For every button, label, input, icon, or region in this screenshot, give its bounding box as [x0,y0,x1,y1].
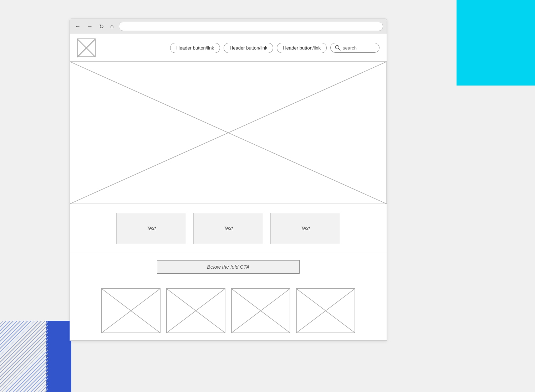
svg-line-1 [77,39,95,57]
forward-button[interactable]: → [86,22,94,30]
bg-cyan-decoration [457,0,535,86]
card-2: Text [193,213,263,244]
header-btn-3[interactable]: Header button/link [277,43,327,53]
bg-stripes-decoration [0,321,48,392]
header-bar: Header button/link Header button/link He… [70,34,387,62]
card-3: Text [270,213,340,244]
search-input[interactable] [343,45,375,51]
address-bar[interactable] [119,22,383,31]
cards-section: Text Text Text [70,204,387,253]
header-btn-2[interactable]: Header button/link [224,43,274,53]
card-2-text: Text [224,226,233,231]
thumbnail-3 [231,288,290,333]
home-button[interactable]: ⌂ [109,22,115,30]
back-button[interactable]: ← [73,22,82,30]
cta-button[interactable]: Below the fold CTA [157,260,300,274]
svg-rect-0 [77,39,95,57]
card-3-text: Text [301,226,310,231]
thumbnail-1 [101,288,160,333]
header-btn-1[interactable]: Header button/link [170,43,220,53]
svg-line-4 [339,49,341,51]
browser-chrome: ← → ↻ ⌂ [70,19,387,34]
svg-line-2 [77,39,95,57]
thumbnail-2 [166,288,225,333]
cta-section: Below the fold CTA [70,253,387,281]
thumbnails-section [70,281,387,340]
refresh-button[interactable]: ↻ [98,22,105,31]
card-1: Text [116,213,186,244]
bg-blue-decoration [46,321,71,392]
browser-window: ← → ↻ ⌂ Header button/link Header button… [70,19,387,341]
search-icon [335,45,341,51]
hero-image [70,62,387,204]
search-box [330,43,379,53]
card-1-text: Text [147,226,156,231]
thumbnail-4 [296,288,355,333]
header-buttons: Header button/link Header button/link He… [170,43,379,53]
logo [77,38,96,57]
